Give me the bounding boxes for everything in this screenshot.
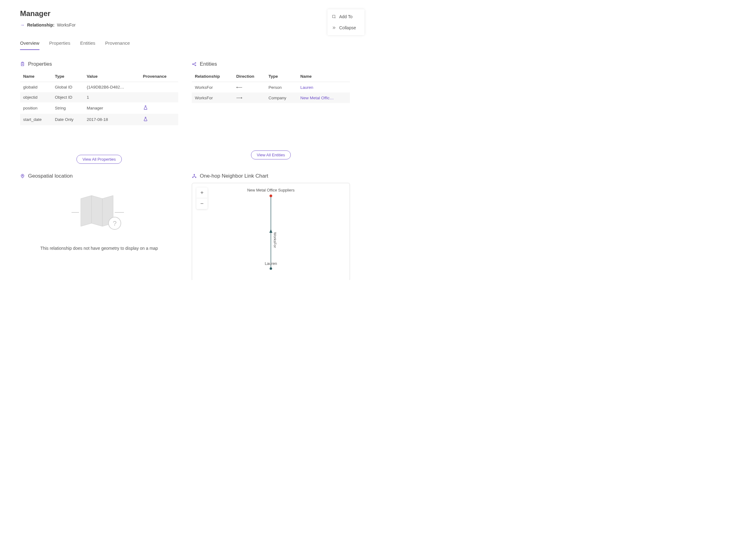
cell-name: objectid (20, 92, 52, 102)
cell-prov (140, 82, 178, 93)
cell-name: globalid (20, 82, 52, 93)
add-to-label: Add To (339, 14, 352, 19)
graph-icon (192, 62, 197, 67)
zoom-control: + − (196, 187, 207, 209)
node-bottom-label: Lauren (265, 261, 277, 266)
entity-link[interactable]: Lauren (297, 82, 350, 93)
view-all-entities-button[interactable]: View All Entities (251, 151, 291, 160)
geospatial-header: Geospatial location (20, 173, 178, 179)
edge-label: WorksFor (273, 232, 277, 248)
tab-properties[interactable]: Properties (49, 40, 70, 50)
tabs: Overview Properties Entities Provenance (20, 40, 350, 50)
zoom-in-button[interactable]: + (197, 188, 207, 198)
col-type: Type (52, 71, 84, 82)
collapse-button[interactable]: Collapse (328, 22, 364, 33)
col-name: Name (20, 71, 52, 82)
geospatial-section: Geospatial location ? (20, 173, 178, 280)
clipboard-icon (20, 62, 25, 67)
svg-point-12 (194, 174, 195, 175)
svg-point-3 (195, 65, 196, 66)
entities-table: Relationship Direction Type Name WorksFo… (192, 71, 350, 103)
tab-entities[interactable]: Entities (80, 40, 95, 50)
cell-prov (140, 92, 178, 102)
svg-point-1 (192, 64, 193, 65)
entity-link[interactable]: New Metal Offic… (297, 93, 350, 103)
cell-value: 1 (84, 92, 140, 102)
cell-type: Person (266, 82, 297, 93)
cell-relationship: WorksFor (192, 82, 233, 93)
svg-point-14 (195, 177, 196, 178)
linkchart-title: One-hop Neighbor Link Chart (200, 173, 268, 179)
linkchart-section: One-hop Neighbor Link Chart + − New Meta… (192, 173, 350, 280)
cell-value: {1A9DB2B6-D482… (84, 82, 140, 93)
cell-prov[interactable] (140, 102, 178, 114)
cell-name: start_date (20, 114, 52, 125)
node-top-icon[interactable] (270, 195, 272, 197)
entities-section: Entities Relationship Direction Type Nam… (192, 61, 350, 173)
node-top-label: New Metal Office Suppliers (247, 188, 295, 192)
cell-type: Company (266, 93, 297, 103)
table-row: WorksFor ⟵ Person Lauren (192, 82, 350, 93)
table-row: globalid Global ID {1A9DB2B6-D482… (20, 82, 178, 93)
col-provenance: Provenance (140, 71, 178, 82)
linkchart-header: One-hop Neighbor Link Chart (192, 173, 350, 179)
add-to-button[interactable]: Add To (328, 11, 364, 22)
svg-rect-15 (333, 15, 335, 18)
cell-relationship: WorksFor (192, 93, 233, 103)
properties-header: Properties (20, 61, 178, 67)
table-row: WorksFor ⟶ Company New Metal Offic… (192, 93, 350, 103)
svg-point-4 (22, 175, 23, 176)
svg-text:?: ? (112, 219, 116, 227)
add-to-icon (332, 14, 336, 19)
svg-rect-0 (21, 63, 24, 66)
cell-direction: ⟶ (233, 93, 265, 103)
map-placeholder-icon: ? (64, 188, 135, 234)
properties-table: Name Type Value Provenance globalid Glob… (20, 71, 178, 125)
col-name: Name (297, 71, 350, 82)
arrow-right-icon: → (20, 22, 25, 27)
relationship-value: WorksFor (57, 22, 76, 27)
entities-header: Entities (192, 61, 350, 67)
relationship-label: Relationship: (27, 22, 55, 27)
chevron-double-right-icon (332, 26, 336, 30)
svg-point-13 (192, 177, 193, 178)
network-icon (192, 174, 197, 179)
flask-icon (143, 116, 148, 121)
edge-arrowhead-icon (270, 229, 273, 233)
properties-title: Properties (28, 61, 52, 67)
geospatial-title: Geospatial location (28, 173, 73, 179)
svg-marker-5 (81, 195, 92, 226)
arrow-right-icon: ⟶ (236, 96, 242, 100)
arrow-left-icon: ⟵ (236, 85, 242, 90)
cell-type: Global ID (52, 82, 84, 93)
table-row: start_date Date Only 2017-08-18 (20, 114, 178, 125)
svg-marker-6 (92, 195, 102, 226)
table-row: objectid Object ID 1 (20, 92, 178, 102)
cell-type: Date Only (52, 114, 84, 125)
cell-type: Object ID (52, 92, 84, 102)
col-value: Value (84, 71, 140, 82)
cell-name: position (20, 102, 52, 114)
svg-point-2 (195, 63, 196, 64)
cell-value: 2017-08-18 (84, 114, 140, 125)
properties-section: Properties Name Type Value Provenance gl… (20, 61, 178, 173)
cell-type: String (52, 102, 84, 114)
col-type: Type (266, 71, 297, 82)
cell-prov[interactable] (140, 114, 178, 125)
entities-title: Entities (200, 61, 217, 67)
flask-icon (143, 105, 148, 110)
collapse-label: Collapse (339, 25, 356, 30)
tab-overview[interactable]: Overview (20, 40, 39, 50)
tab-provenance[interactable]: Provenance (105, 40, 130, 50)
node-bottom-icon[interactable] (270, 267, 272, 270)
zoom-out-button[interactable]: − (197, 198, 207, 209)
link-chart-svg: New Metal Office Suppliers WorksFor Laur… (192, 183, 350, 280)
pin-icon (20, 174, 25, 179)
geospatial-message: This relationship does not have geometry… (20, 246, 178, 251)
cell-direction: ⟵ (233, 82, 265, 93)
table-row: position String Manager (20, 102, 178, 114)
context-menu: Add To Collapse (328, 9, 364, 35)
link-chart[interactable]: + − New Metal Office Suppliers WorksFor … (192, 183, 350, 280)
col-relationship: Relationship (192, 71, 233, 82)
view-all-properties-button[interactable]: View All Properties (77, 155, 121, 164)
